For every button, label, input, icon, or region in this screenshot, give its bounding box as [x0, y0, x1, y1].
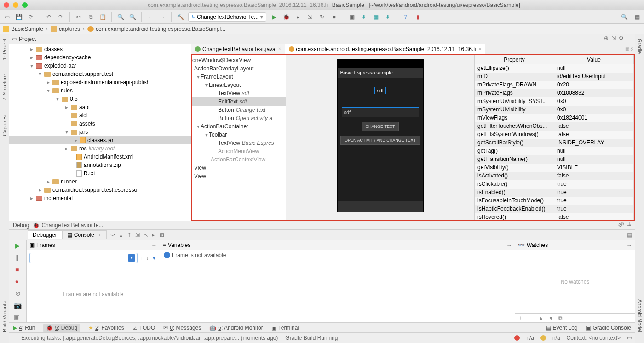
- minimize-window-icon[interactable]: [13, 2, 18, 8]
- android-monitor-tool[interactable]: 🤖6: Android Monitor: [209, 325, 263, 331]
- property-row[interactable]: isEnabled()true: [475, 189, 634, 197]
- debug-tool[interactable]: 🐞5: Debug: [43, 324, 80, 332]
- frame-up-icon[interactable]: ↑: [140, 255, 143, 261]
- undo-icon[interactable]: ↶: [45, 13, 53, 21]
- find-icon[interactable]: 🔍: [116, 13, 125, 21]
- sync-icon[interactable]: ⟳: [27, 13, 35, 21]
- property-row[interactable]: isHovered()false: [475, 213, 634, 220]
- thread-selector[interactable]: ▾: [29, 253, 138, 263]
- redo-icon[interactable]: ↷: [57, 13, 65, 21]
- step-into-icon[interactable]: ⤓: [119, 232, 123, 238]
- close-tab-icon[interactable]: ×: [278, 46, 281, 51]
- watch-pin-icon[interactable]: →: [627, 242, 632, 248]
- paste-icon[interactable]: 📋: [98, 13, 107, 21]
- drop-frame-icon[interactable]: ⇱: [144, 232, 148, 238]
- property-row[interactable]: isFocusableInTouchMode()true: [475, 197, 634, 205]
- property-row[interactable]: mSystemUiVisibility0x0: [475, 106, 634, 114]
- error-indicator-icon[interactable]: [514, 335, 520, 341]
- evaluate-icon[interactable]: ⊞: [160, 232, 164, 238]
- mute-bp-icon[interactable]: ⊘: [15, 290, 21, 297]
- monitor-icon[interactable]: ⬇: [384, 13, 392, 21]
- run-config-selector[interactable]: ↳ ChangeTextBehaviorTe... ▾: [188, 12, 266, 22]
- watch-add-icon[interactable]: ＋: [518, 314, 523, 322]
- thread-dump-icon[interactable]: 📷: [14, 302, 22, 309]
- build-icon[interactable]: 🔨: [176, 13, 184, 21]
- avd-icon[interactable]: ▣: [348, 13, 356, 21]
- resume-icon[interactable]: ▶: [15, 242, 20, 249]
- restore-layout-icon[interactable]: ▣: [14, 314, 22, 321]
- phone-input[interactable]: [342, 107, 419, 117]
- scope-icon[interactable]: ⊕: [604, 35, 609, 43]
- run-to-cursor-icon[interactable]: ▸|: [152, 232, 156, 238]
- force-step-icon[interactable]: ⇲: [135, 232, 140, 238]
- nav-forward-icon[interactable]: →: [158, 13, 167, 21]
- open-icon[interactable]: ▭: [3, 13, 11, 21]
- step-over-icon[interactable]: ⤻: [110, 232, 115, 238]
- close-tab-icon[interactable]: ×: [479, 46, 482, 51]
- todo-tool[interactable]: ☑TODO: [132, 325, 155, 331]
- events-icon[interactable]: ▭: [627, 335, 632, 341]
- phone-btn-change[interactable]: CHANGE TEXT: [362, 122, 399, 131]
- watch-up-icon[interactable]: ▲: [538, 315, 544, 321]
- property-row[interactable]: getEllipsize()null: [475, 64, 634, 73]
- property-row[interactable]: isHapticFeedbackEnabled()true: [475, 205, 634, 213]
- property-row[interactable]: mSystemUiVisibility_SYST...0x0: [475, 97, 634, 106]
- property-row[interactable]: isClickable()true: [475, 180, 634, 189]
- editor-tab[interactable]: ChangeTextBehaviorTest.java×: [191, 44, 285, 54]
- debug-icon[interactable]: 🐞: [282, 13, 290, 21]
- watch-down-icon[interactable]: ▼: [548, 315, 554, 321]
- property-row[interactable]: mViewFlags0x18244001: [475, 114, 634, 122]
- sidebar-tab-gradle[interactable]: Gradle: [636, 37, 644, 56]
- settings-icon[interactable]: ▤: [633, 13, 641, 21]
- collapse-icon[interactable]: ⇲: [611, 35, 616, 43]
- property-row[interactable]: getFilterTouchesWhenObs...false: [475, 122, 634, 131]
- restart-icon[interactable]: ↻: [318, 13, 326, 21]
- property-row[interactable]: getVisibility()VISIBLE: [475, 164, 634, 172]
- run-tool[interactable]: ▶4: Run: [13, 325, 35, 331]
- context-label[interactable]: Context: <no context>: [567, 335, 621, 341]
- property-row[interactable]: getScrollBarStyle()INSIDE_OVERLAY: [475, 139, 634, 147]
- breadcrumb-root[interactable]: BasicSample: [3, 26, 51, 32]
- property-row[interactable]: getTransitionName()null: [475, 155, 634, 164]
- frame-down-icon[interactable]: ↓: [146, 255, 149, 261]
- sidebar-tab-android-model[interactable]: Android Model: [636, 297, 644, 334]
- property-row[interactable]: mIDid/editTextUserInput: [475, 73, 634, 81]
- copy-icon[interactable]: ⧉: [86, 13, 95, 21]
- stop-icon[interactable]: ■: [330, 13, 338, 21]
- favorites-tool[interactable]: ★2: Favorites: [88, 325, 124, 331]
- breadcrumb-file[interactable]: com.example.android.testing.espresso.Bas…: [87, 26, 225, 32]
- frame-filter-icon[interactable]: ▼: [151, 255, 157, 261]
- layout-icon[interactable]: ▦: [372, 13, 380, 21]
- save-icon[interactable]: 💾: [15, 13, 23, 21]
- terminal-tool[interactable]: ▣Terminal: [271, 325, 299, 331]
- property-row[interactable]: mPrivateFlags0x1008832: [475, 89, 634, 97]
- close-window-icon[interactable]: [4, 2, 9, 8]
- view-hierarchy-tree[interactable]: oneWindow$DecorView ActionBarOverlayLayo…: [192, 55, 286, 220]
- gradle-console-tool[interactable]: ▣Gradle Console: [586, 325, 631, 331]
- sdk-icon[interactable]: ⬇: [360, 13, 368, 21]
- breakpoints-icon[interactable]: ●: [15, 278, 21, 285]
- watch-copy-icon[interactable]: ⧉: [558, 315, 563, 321]
- thread-icon[interactable]: ▤: [627, 232, 635, 238]
- nav-back-icon[interactable]: ←: [146, 13, 155, 21]
- console-tab[interactable]: ▤Console→: [62, 230, 107, 239]
- replace-icon[interactable]: 🔍: [128, 13, 137, 21]
- property-row[interactable]: getFitsSystemWindows()false: [475, 131, 634, 139]
- sidebar-tab-build-variants[interactable]: Build Variants: [1, 299, 8, 334]
- help-icon[interactable]: ?: [402, 13, 410, 21]
- stop-dbg-icon[interactable]: ■: [15, 266, 20, 273]
- attach-icon[interactable]: ⇲: [306, 13, 314, 21]
- inspector-export-icon[interactable]: ⤓: [627, 221, 632, 227]
- sidebar-tab-structure[interactable]: 7: Structure: [1, 73, 8, 103]
- tab-gear-icon[interactable]: ▦ 8: [623, 46, 635, 51]
- frames-pin-icon[interactable]: →: [151, 242, 157, 248]
- zoom-window-icon[interactable]: [22, 2, 28, 8]
- profiler-icon[interactable]: ▮: [414, 13, 422, 21]
- gear-icon[interactable]: ⚙: [619, 35, 624, 43]
- messages-tool[interactable]: ✉0: Messages: [163, 325, 201, 331]
- project-tree[interactable]: classes dependency-cache exploded-aar co…: [9, 44, 191, 221]
- hide-icon[interactable]: －: [627, 35, 632, 43]
- watch-remove-icon[interactable]: －: [528, 314, 534, 322]
- properties-body[interactable]: getEllipsize()nullmIDid/editTextUserInpu…: [475, 64, 634, 220]
- step-out-icon[interactable]: ⤒: [127, 232, 132, 238]
